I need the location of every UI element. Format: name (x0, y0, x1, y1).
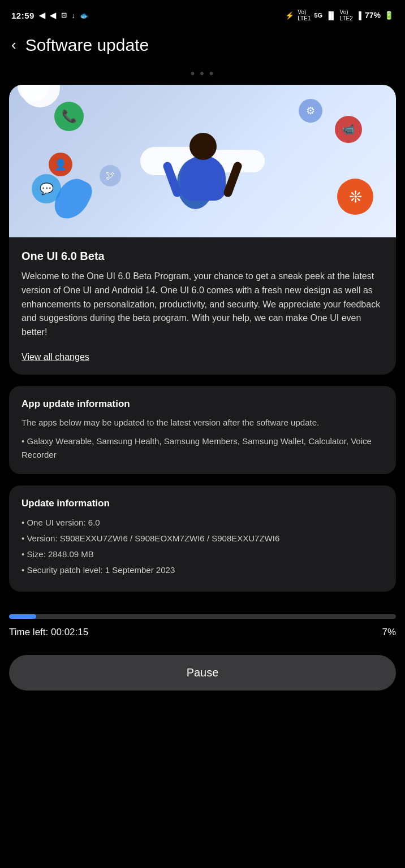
bluetooth-icon: ⚡ (285, 11, 294, 20)
app-update-description: The apps below may be updated to the lat… (21, 416, 384, 429)
scroll-hint: • • • (0, 67, 405, 85)
battery-icon: 🔋 (384, 11, 394, 20)
flower-app-icon: ❊ (337, 179, 373, 215)
update-info-item: • Size: 2848.09 MB (21, 548, 384, 561)
progress-bar-container (9, 614, 396, 619)
video-app-icon: 📹 (335, 116, 362, 143)
hero-description: Welcome to the One UI 6.0 Beta Program, … (21, 270, 384, 340)
time-label: 12:59 (11, 11, 35, 20)
phone-frame (166, 102, 239, 226)
status-right-icons: ⚡ Vo)LTE1 5G ▐▌ Vo)LTE2 ▐ 77% 🔋 (285, 9, 394, 21)
status-time: 12:59 ◀ ◀ ⊡ ↓ 🐟 (11, 11, 89, 20)
bird-icon: 🕊 (100, 165, 121, 186)
vol-lte2-icon: Vo)LTE2 (340, 9, 353, 21)
person-icon: 👤 (49, 153, 72, 176)
person-head (189, 133, 217, 160)
progress-section: Time left: 00:02:15 7% (0, 603, 405, 655)
update-info-list: • One UI version: 6.0• Version: S908EXXU… (21, 516, 384, 577)
app-update-card: App update information The apps below ma… (9, 386, 396, 475)
app-update-list: • Galaxy Wearable, Samsung Health, Samsu… (21, 435, 384, 462)
battery-label: 77% (365, 11, 381, 20)
settings-app-icon: ⚙ (299, 99, 322, 123)
signal2-icon: ▐ (356, 11, 361, 20)
nav-icon: ◀ (39, 11, 46, 20)
cast-icon: 🐟 (80, 11, 89, 20)
nav-icon2: ◀ (50, 11, 57, 20)
progress-bar-fill (9, 614, 36, 619)
progress-info: Time left: 00:02:15 7% (9, 627, 396, 638)
phone-app-icon: 📞 (54, 102, 84, 131)
pause-button[interactable]: Pause (9, 655, 396, 691)
signal-icon: ▐▌ (326, 11, 336, 20)
page-title: Software update (25, 36, 149, 55)
update-info-item: • One UI version: 6.0 (21, 516, 384, 530)
app-update-title: App update information (21, 398, 384, 410)
progress-percent-label: 7% (382, 627, 396, 638)
person-body (180, 155, 226, 201)
vol-lte-icon: Vo)LTE1 (298, 9, 311, 21)
main-content: 📞 💬 ⚙ 📹 ❊ 👤 🕊 (0, 85, 405, 592)
update-info-item: • Security patch level: 1 September 2023 (21, 563, 384, 577)
update-info-card: Update information • One UI version: 6.0… (9, 485, 396, 592)
hero-illustration: 📞 💬 ⚙ 📹 ❊ 👤 🕊 (9, 85, 396, 237)
update-info-item: • Version: S908EXXU7ZWI6 / S908EOXM7ZWI6… (21, 532, 384, 545)
update-info-title: Update information (21, 498, 384, 509)
screen-recorder-icon: ⊡ (61, 11, 67, 19)
screenshot-icon: ↓ (71, 11, 75, 20)
time-left-label: Time left: 00:02:15 (9, 627, 88, 638)
pause-button-area: Pause (0, 655, 405, 713)
view-all-changes-link[interactable]: View all changes (21, 352, 89, 362)
back-button[interactable]: ‹ (9, 34, 19, 56)
hero-card: 📞 💬 ⚙ 📹 ❊ 👤 🕊 (9, 85, 396, 375)
5g-icon: 5G (314, 12, 322, 19)
hero-text-area: One UI 6.0 Beta Welcome to the One UI 6.… (9, 237, 396, 375)
hero-title: One UI 6.0 Beta (21, 250, 384, 263)
header: ‹ Software update (0, 28, 405, 67)
status-bar: 12:59 ◀ ◀ ⊡ ↓ 🐟 ⚡ Vo)LTE1 5G ▐▌ Vo)LTE2 … (0, 0, 405, 28)
